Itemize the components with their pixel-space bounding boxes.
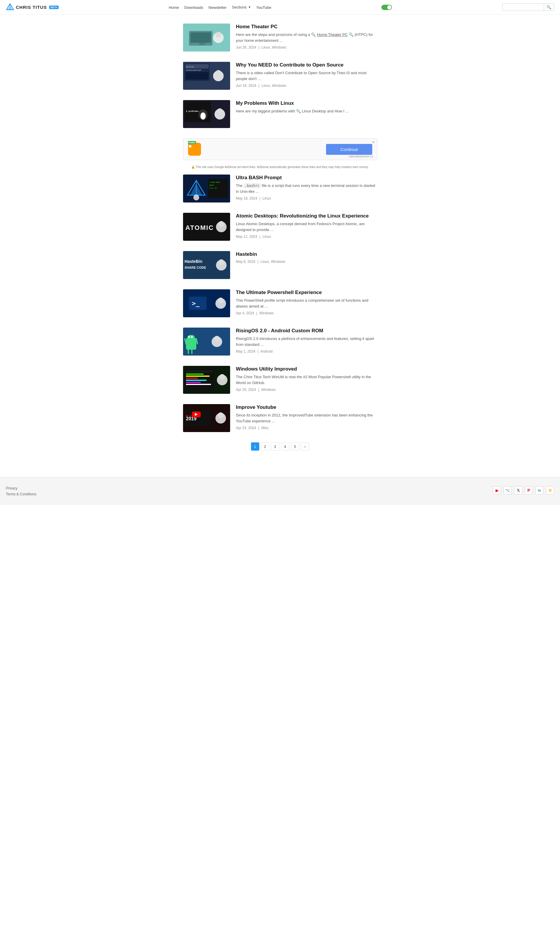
rss-icon: ⌘ bbox=[548, 488, 552, 493]
dark-mode-toggle[interactable] bbox=[382, 5, 392, 10]
svg-rect-60 bbox=[186, 370, 212, 372]
post-category-android[interactable]: Android bbox=[260, 349, 272, 354]
post-category-linux[interactable]: Linux bbox=[260, 260, 269, 264]
nav-youtube[interactable]: YouTube bbox=[256, 5, 271, 10]
post-category-linux[interactable]: Linux bbox=[262, 84, 270, 88]
post-category-windows[interactable]: Windows bbox=[261, 388, 276, 392]
post-card: ▶ YouTube 2019 Improve Youtube Since its… bbox=[183, 404, 377, 432]
post-category-windows[interactable]: Windows bbox=[272, 45, 286, 49]
svg-point-50 bbox=[188, 336, 190, 338]
post-meta: May 1, 2024 | Android bbox=[236, 349, 377, 354]
svg-text:$ echo Hello: $ echo Hello bbox=[209, 181, 220, 183]
post-thumbnail[interactable]: HasteBin SHARE CODE bbox=[183, 251, 230, 279]
post-title[interactable]: Hastebin bbox=[236, 251, 377, 257]
post-excerpt: Linux Atomic Desktops, a concept derived… bbox=[236, 221, 377, 232]
post-thumbnail[interactable]: ATOMIC bbox=[183, 213, 230, 241]
svg-rect-62 bbox=[186, 375, 209, 377]
post-title[interactable]: RisingOS 2.0 - Android Custom ROM bbox=[236, 328, 377, 334]
post-title[interactable]: Atomic Desktops: Revolutionizing the Lin… bbox=[236, 213, 377, 219]
post-thumbnail[interactable]: ▶ YouTube 2019 bbox=[183, 404, 230, 432]
post-title[interactable]: The Ultimate Powershell Experience bbox=[236, 289, 377, 296]
navbar: CHRIS TITUS BETA Home Downloads Newslett… bbox=[0, 0, 560, 15]
post-date: May 1, 2024 bbox=[236, 349, 255, 354]
post-excerpt: The .bashrc file is a script that runs e… bbox=[236, 183, 377, 194]
post-category-windows[interactable]: Windows bbox=[271, 260, 285, 264]
page-2-button[interactable]: 2 bbox=[261, 442, 269, 451]
svg-text:$ ls -la: $ ls -la bbox=[209, 187, 217, 189]
social-linkedin-button[interactable]: in bbox=[535, 486, 543, 494]
toggle-switch[interactable] bbox=[382, 5, 392, 10]
post-title[interactable]: Home Theater PC bbox=[236, 23, 377, 30]
search-button[interactable]: 🔍 bbox=[544, 4, 554, 11]
post-thumbnail[interactable]: $ echo Hello Hello $ ls -la bbox=[183, 175, 230, 203]
social-github-button[interactable]: ⌥ bbox=[503, 486, 512, 494]
post-content: Ultra BASH Prompt The .bashrc file is a … bbox=[236, 175, 377, 200]
svg-rect-6 bbox=[199, 43, 205, 45]
pagination: 1 2 3 4 5 › bbox=[183, 442, 377, 451]
post-thumbnail[interactable]: $ problems.sh bbox=[183, 100, 230, 128]
post-thumbnail[interactable]: >_ bbox=[183, 289, 230, 317]
social-pinterest-button[interactable]: P bbox=[525, 486, 533, 494]
post-category-linux[interactable]: Linux bbox=[263, 196, 271, 200]
post-thumbnail[interactable] bbox=[183, 366, 230, 394]
pagination-next-button[interactable]: › bbox=[301, 442, 309, 451]
nav-sections[interactable]: Sections ▼ bbox=[232, 5, 251, 9]
post-category-misc[interactable]: Misc bbox=[261, 426, 269, 430]
nav-home[interactable]: Home bbox=[169, 5, 179, 10]
footer-terms-link[interactable]: Terms & Conditions bbox=[6, 492, 37, 496]
post-content: Atomic Desktops: Revolutionizing the Lin… bbox=[236, 213, 377, 239]
post-content: Home Theater PC Here are the steps and p… bbox=[236, 23, 377, 49]
post-date: Apr 23, 2024 bbox=[236, 426, 256, 430]
thumbnail-image bbox=[183, 328, 230, 355]
svg-rect-61 bbox=[186, 374, 204, 375]
svg-text:HasteBin: HasteBin bbox=[185, 259, 203, 264]
ad-close-button[interactable]: ✕ bbox=[372, 140, 375, 144]
post-card: DontTube everyone writes trash Why You N… bbox=[183, 62, 377, 90]
post-excerpt: RisingOS 2.0 introduces a plethora of en… bbox=[236, 336, 377, 347]
site-logo-link[interactable]: CHRIS TITUS BETA bbox=[6, 3, 58, 11]
thumbnail-image: >_ bbox=[183, 289, 230, 317]
thumbnail-image: $ problems.sh bbox=[183, 100, 230, 128]
svg-point-41 bbox=[218, 259, 224, 265]
post-thumbnail[interactable] bbox=[183, 328, 230, 355]
page-5-button[interactable]: 5 bbox=[291, 442, 299, 451]
page-1-button[interactable]: 1 bbox=[251, 442, 259, 451]
post-content: My Problems With Linux Here are my bigge… bbox=[236, 100, 377, 116]
site-title: CHRIS TITUS bbox=[16, 5, 47, 10]
post-thumbnail[interactable] bbox=[183, 23, 230, 51]
post-card: $ echo Hello Hello $ ls -la Ultra BASH P… bbox=[183, 175, 377, 203]
post-thumbnail[interactable]: DontTube everyone writes trash bbox=[183, 62, 230, 90]
post-category-linux[interactable]: Linux bbox=[262, 45, 270, 49]
social-twitter-button[interactable]: 𝕏 bbox=[514, 486, 522, 494]
post-title[interactable]: My Problems With Linux bbox=[236, 100, 377, 106]
svg-point-21 bbox=[217, 108, 223, 114]
post-category-windows[interactable]: Windows bbox=[259, 311, 274, 315]
post-title[interactable]: Ultra BASH Prompt bbox=[236, 175, 377, 181]
post-meta: May 11, 2024 | Linux bbox=[236, 235, 377, 239]
ad-continue-button[interactable]: Continue bbox=[326, 144, 372, 155]
social-rss-button[interactable]: ⌘ bbox=[546, 486, 554, 494]
post-title[interactable]: Improve Youtube bbox=[236, 404, 377, 411]
post-content: Hastebin May 8, 2024 | Linux, Windows bbox=[236, 251, 377, 264]
svg-text:SHARE CODE: SHARE CODE bbox=[185, 266, 206, 269]
post-card: Windows Utility Improved The Chris Titus… bbox=[183, 366, 377, 394]
search-input[interactable] bbox=[503, 4, 544, 11]
ad-banner: ✕ FREE Continu bbox=[183, 138, 377, 160]
svg-rect-14 bbox=[185, 72, 209, 80]
post-excerpt: Since its inception in 2012, the Improve… bbox=[236, 412, 377, 424]
svg-point-68 bbox=[219, 374, 225, 380]
footer-privacy-link[interactable]: Privacy bbox=[6, 486, 37, 490]
nav-sections-label: Sections bbox=[232, 5, 246, 9]
page-3-button[interactable]: 3 bbox=[271, 442, 279, 451]
post-title[interactable]: Windows Utility Improved bbox=[236, 366, 377, 372]
page-4-button[interactable]: 4 bbox=[281, 442, 289, 451]
post-title[interactable]: Why You NEED to Contribute to Open Sourc… bbox=[236, 62, 377, 68]
post-date: May 11, 2024 bbox=[236, 235, 257, 239]
main-content: Home Theater PC Here are the steps and p… bbox=[177, 15, 383, 477]
post-category-linux[interactable]: Linux bbox=[263, 235, 271, 239]
post-category-windows[interactable]: Windows bbox=[272, 84, 286, 88]
nav-newsletter[interactable]: Newsletter bbox=[209, 5, 226, 10]
social-youtube-button[interactable]: ▶ bbox=[493, 486, 501, 494]
nav-downloads[interactable]: Downloads bbox=[184, 5, 203, 10]
post-excerpt: This PowerShell profile script introduce… bbox=[236, 298, 377, 309]
